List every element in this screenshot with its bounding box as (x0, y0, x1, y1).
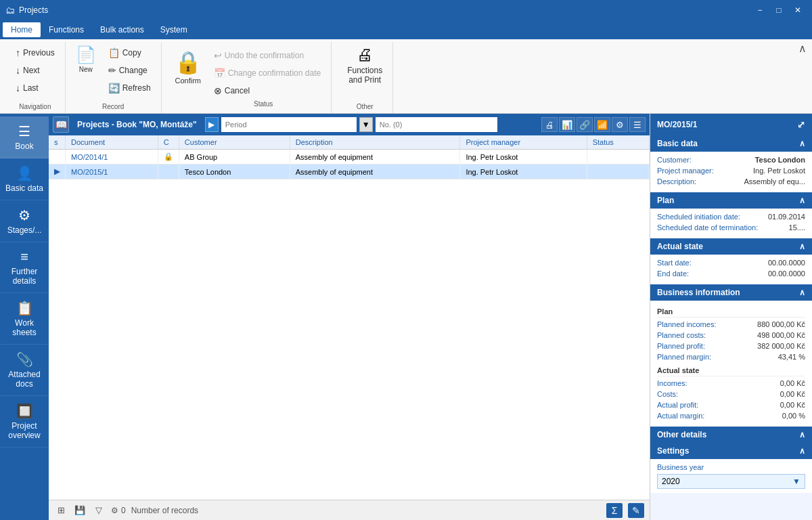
confirm-button[interactable]: 🔒 Confirm (167, 45, 209, 89)
table-nav-arrow[interactable]: ▶ (205, 117, 219, 132)
customer-label: Customer: (657, 156, 692, 164)
cell-status (587, 150, 649, 165)
sidebar-item-stages-label: Stages/... (7, 225, 42, 235)
ribbon-group-navigation: ↑ Previous ↓ Next ↓ Last Navigation (5, 42, 66, 113)
business-year-input[interactable]: 2020 ▼ (657, 474, 805, 489)
section-header-plan[interactable]: Plan ∧ (650, 192, 812, 209)
table-title: Projects - Book "MO, Montáže" (72, 120, 202, 129)
right-panel: MO/2015/1 ⤢ Basic data ∧ Customer: Tesco… (650, 114, 812, 520)
next-button[interactable]: ↓ Next (11, 62, 60, 79)
close-button[interactable]: ✕ (789, 3, 807, 17)
cell-customer: AB Group (179, 150, 290, 165)
table-row[interactable]: MO/2014/1 🔒 AB Group Assembly of equipme… (49, 150, 650, 165)
actual-state-toggle: ∧ (799, 242, 805, 251)
cell-description: Assembly of equipment (290, 165, 460, 179)
gear-icon-small: ⚙ (111, 506, 118, 515)
sidebar-item-book[interactable]: ☰ Book (0, 116, 49, 158)
table-row[interactable]: ▶ MO/2015/1 Tesco London Assembly of equ… (49, 165, 650, 179)
sidebar-item-further-details[interactable]: ≡ Further details (0, 242, 49, 293)
cancel-button[interactable]: ⊗ Cancel (209, 83, 254, 99)
change-button[interactable]: ✏ Change (104, 62, 156, 79)
field-scheduled-initiation: Scheduled initiation date: 01.09.2014 (657, 213, 805, 221)
maximize-button[interactable]: □ (770, 3, 788, 17)
col-header-customer[interactable]: Customer (179, 135, 290, 150)
expand-icon[interactable]: ⤢ (797, 119, 805, 130)
menu-system[interactable]: System (152, 22, 196, 37)
save-icon[interactable]: 💾 (73, 504, 87, 517)
undo-button[interactable]: ↩ Undo the confirmation (209, 47, 309, 64)
new-button[interactable]: 📄 New (71, 42, 101, 77)
edit-button[interactable]: ✎ (628, 503, 644, 518)
col-header-description[interactable]: Description (290, 135, 460, 150)
section-body-plan: Scheduled initiation date: 01.09.2014 Sc… (650, 209, 812, 238)
menu-bulk-actions[interactable]: Bulk actions (92, 22, 152, 37)
end-date-label: End date: (657, 269, 689, 278)
copy-button[interactable]: 📋 Copy (104, 45, 156, 61)
refresh-icon: 🔄 (108, 83, 120, 93)
field-start-date: Start date: 00.00.0000 (657, 259, 805, 267)
functions-label: Functions and Print (347, 66, 382, 85)
project-overview-icon: 🔲 (16, 403, 33, 419)
print-btn[interactable]: 🖨 (541, 117, 558, 132)
last-button[interactable]: ↓ Last (11, 80, 60, 96)
planned-costs-label: Planned costs: (657, 331, 706, 339)
filter-icon[interactable]: ▽ (92, 504, 106, 517)
refresh-button[interactable]: 🔄 Refresh (104, 80, 156, 96)
scheduled-termination-value: 15.... (758, 223, 805, 232)
col-header-document[interactable]: Document (66, 135, 158, 150)
col-header-project-manager[interactable]: Project manager (460, 135, 587, 150)
section-header-actual-state[interactable]: Actual state ∧ (650, 238, 812, 255)
section-header-settings[interactable]: Settings ∧ (650, 443, 812, 459)
field-project-manager: Project manager: Ing. Petr Loskot (657, 167, 805, 175)
table-toolbar-icons: 🖨 📊 🔗 📶 ⚙ ☰ (541, 117, 646, 132)
bars-btn[interactable]: 📶 (594, 117, 610, 132)
menu-home[interactable]: Home (3, 22, 41, 37)
change-date-button[interactable]: 📅 Change confirmation date (209, 65, 325, 81)
section-basic-data-label: Basic data (657, 139, 698, 148)
sidebar-item-project-overview[interactable]: 🔲 Project overview (0, 396, 49, 448)
period-dropdown[interactable]: ▼ (359, 117, 373, 132)
section-header-basic-data[interactable]: Basic data ∧ (650, 135, 812, 152)
sidebar-item-basic-data[interactable]: 👤 Basic data (0, 158, 49, 200)
planned-profit-value: 382 000,00 Kč (705, 342, 805, 350)
col-header-status[interactable]: Status (587, 135, 649, 150)
ribbon-collapse-button[interactable]: ∧ (798, 42, 807, 55)
col-header-c[interactable]: C (158, 135, 179, 150)
costs-value: 0,00 Kč (678, 390, 805, 398)
no-input[interactable] (376, 117, 497, 132)
settings-toggle: ∧ (799, 446, 805, 456)
settings-btn[interactable]: ⚙ (612, 117, 628, 132)
menu-functions[interactable]: Functions (41, 22, 92, 37)
status-label: Status (254, 98, 273, 110)
book-nav-icon[interactable]: 📖 (53, 116, 69, 133)
table-container: s Document C Customer Description Projec… (49, 135, 650, 500)
field-planned-incomes: Planned incomes: 880 000,00 Kč (657, 320, 805, 328)
app-icon: 🗂 (5, 5, 15, 16)
planned-incomes-value: 880 000,00 Kč (716, 320, 805, 328)
section-header-business-info[interactable]: Business information ∧ (650, 284, 812, 301)
functions-print-button[interactable]: 🖨 Functions and Print (342, 42, 387, 88)
planned-incomes-label: Planned incomes: (657, 320, 716, 328)
cell-project-manager: Ing. Petr Loskot (460, 150, 587, 165)
table-header-row: s Document C Customer Description Projec… (49, 135, 650, 150)
filter-count-area: ⚙ 0 (111, 506, 126, 515)
sidebar-item-attached-docs[interactable]: 📎 Attached docs (0, 345, 49, 396)
section-body-business-info: Plan Planned incomes: 880 000,00 Kč Plan… (650, 301, 812, 427)
right-panel-header: MO/2015/1 ⤢ (650, 114, 812, 135)
link-btn[interactable]: 🔗 (577, 117, 593, 132)
sidebar-item-work-sheets[interactable]: 📋 Work sheets (0, 293, 49, 345)
section-header-other-details[interactable]: Other details ∧ (650, 427, 812, 443)
scheduled-initiation-label: Scheduled initiation date: (657, 213, 740, 221)
sidebar-item-work-sheets-label: Work sheets (3, 318, 46, 337)
chart-btn[interactable]: 📊 (559, 117, 575, 132)
main-layout: ☰ Book 👤 Basic data ⚙ Stages/... ≡ Furth… (0, 114, 812, 520)
previous-button[interactable]: ↑ Previous (11, 45, 60, 61)
sidebar-item-stages[interactable]: ⚙ Stages/... (0, 200, 49, 242)
minimize-button[interactable]: − (751, 3, 769, 17)
col-header-s[interactable]: s (49, 135, 66, 150)
menu-btn[interactable]: ☰ (629, 117, 646, 132)
sigma-button[interactable]: Σ (606, 503, 623, 518)
filter-count-value: 0 (121, 506, 126, 515)
grid-icon[interactable]: ⊞ (54, 504, 68, 517)
period-input[interactable] (221, 117, 357, 132)
